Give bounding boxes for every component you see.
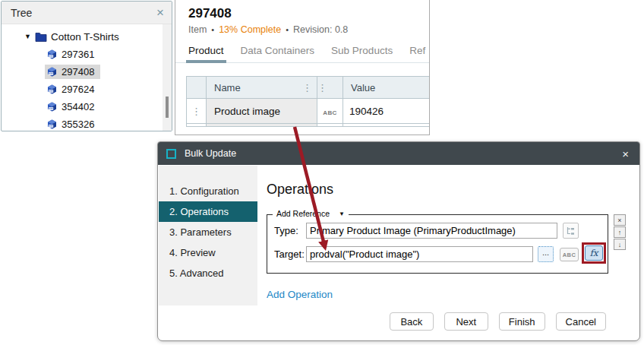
item-cube-icon [46, 49, 58, 60]
dialog-title: Bulk Update [185, 148, 622, 159]
browse-button[interactable]: ... [538, 246, 554, 262]
wizard-steps: 1. Configuration 2. Operations 3. Parame… [159, 166, 257, 305]
operation-type-selector[interactable]: Add Reference ▼ [273, 209, 349, 218]
operation-list-controls: × ↑ ↓ [614, 214, 626, 251]
column-menu-icon[interactable]: ⋮ [317, 82, 327, 93]
close-icon[interactable]: × [156, 6, 164, 19]
step-preview[interactable]: 4. Preview [159, 242, 257, 263]
operations-heading: Operations [267, 182, 333, 198]
operation-type-label: Add Reference [276, 209, 330, 218]
close-icon[interactable]: × [622, 148, 629, 160]
completion-status: 13% Complete [219, 24, 281, 35]
tab-data-containers[interactable]: Data Containers [241, 45, 315, 62]
tree-folder-label: Cotton T-Shirts [51, 31, 119, 43]
bullet-separator: • [211, 25, 214, 34]
move-down-button[interactable]: ↓ [614, 239, 626, 250]
cell-type-badge[interactable]: ABC [317, 99, 343, 124]
tree-panel: Tree × ▼ Cotton T-Shirts [1, 1, 172, 131]
tree-body: ▼ Cotton T-Shirts 297361 [2, 24, 172, 131]
header-name-cell[interactable]: Name ⋮ [207, 77, 317, 99]
hierarchy-icon [566, 226, 576, 236]
header-handle-cell [187, 77, 207, 99]
cell-attribute-value[interactable]: 190426 [343, 99, 431, 124]
table-row-partial [187, 124, 431, 127]
tab-sub-products[interactable]: Sub Products [331, 45, 393, 62]
tree-item-297408[interactable]: 297408 [2, 63, 172, 81]
revision-label: Revision: 0.8 [293, 24, 348, 35]
tree-item-label: 297408 [62, 66, 94, 78]
tree-item-354402[interactable]: 354402 [2, 98, 172, 116]
row-drag-handle[interactable]: ⋮ [187, 99, 207, 124]
cancel-button[interactable]: Cancel [556, 312, 606, 331]
dialog-titlebar[interactable]: Bulk Update × [158, 142, 639, 165]
formula-fx-button[interactable]: fx [585, 245, 603, 261]
value-column-header: Value [351, 82, 375, 93]
target-field-label: Target: [274, 248, 305, 260]
column-menu-icon[interactable]: ⋮ [302, 83, 312, 93]
type-input[interactable] [306, 223, 557, 239]
tab-bar: Product Data Containers Sub Products Ref [175, 45, 429, 63]
header-value-cell[interactable]: Value [343, 77, 431, 99]
item-meta: Item • 13% Complete • Revision: 0.8 [188, 24, 429, 35]
step-configuration[interactable]: 1. Configuration [159, 181, 257, 201]
table-row: ⋮ Product image ABC 190426 [187, 99, 431, 124]
step-parameters[interactable]: 3. Parameters [159, 222, 257, 242]
item-cube-icon [46, 66, 58, 78]
tree-panel-title: Tree [11, 7, 32, 19]
target-input[interactable] [306, 246, 533, 262]
app-icon [166, 149, 176, 159]
tab-references[interactable]: Ref [409, 45, 425, 62]
screenshot-root: Tree × ▼ Cotton T-Shirts [0, 0, 644, 345]
attribute-table: Name ⋮ ⋮ Value ⋮ Product image ABC [186, 76, 430, 127]
tree-item-355326[interactable]: 355326 [2, 116, 172, 131]
header-type-cell[interactable]: ⋮ [317, 77, 343, 99]
item-cube-icon [46, 101, 58, 112]
step-operations[interactable]: 2. Operations [159, 201, 257, 222]
text-type-icon: ABC [323, 109, 337, 116]
tree-scrollbar[interactable] [163, 24, 172, 131]
tree-item-297624[interactable]: 297624 [2, 81, 172, 98]
drag-handle-icon: ⋮ [191, 106, 201, 117]
item-cube-icon [46, 84, 58, 95]
step-advanced[interactable]: 5. Advanced [159, 263, 257, 283]
tree-item-label: 355326 [62, 119, 94, 130]
chevron-down-icon[interactable]: ▼ [24, 33, 31, 40]
tree-item-label: 354402 [62, 101, 94, 112]
item-type-label: Item [188, 24, 207, 35]
dialog-footer: Back Next Finish Cancel [390, 312, 606, 331]
remove-operation-button[interactable]: × [614, 214, 626, 226]
tree-folder-cotton-t-shirts[interactable]: ▼ Cotton T-Shirts [2, 27, 172, 46]
bullet-separator: • [286, 25, 289, 34]
text-mode-button[interactable]: ABC [560, 248, 579, 261]
add-reference-group: Add Reference ▼ Type: Target: ... ABC fx [267, 214, 608, 274]
item-detail-panel: 297408 Item • 13% Complete • Revision: 0… [175, 0, 430, 135]
annotation-highlight-box: fx [582, 242, 606, 264]
folder-icon [35, 32, 47, 42]
tree-picker-button[interactable] [563, 223, 579, 239]
cell-attribute-name[interactable]: Product image [207, 99, 317, 124]
add-operation-link[interactable]: Add Operation [267, 289, 333, 300]
name-column-header: Name [214, 82, 241, 93]
back-button[interactable]: Back [390, 312, 434, 331]
table-header-row: Name ⋮ ⋮ Value [187, 77, 431, 99]
move-up-button[interactable]: ↑ [614, 226, 626, 238]
tree-scrollbar-thumb[interactable] [166, 97, 169, 118]
finish-button[interactable]: Finish [499, 312, 545, 331]
next-button[interactable]: Next [444, 312, 488, 331]
tree-item-label: 297361 [62, 49, 94, 60]
tab-product[interactable]: Product [188, 45, 224, 62]
bulk-update-dialog: Bulk Update × 1. Configuration 2. Operat… [157, 141, 640, 341]
tree-panel-header: Tree × [2, 2, 172, 24]
chevron-down-icon[interactable]: ▼ [339, 210, 345, 217]
tree-item-label: 297624 [62, 84, 94, 95]
tree-item-297361[interactable]: 297361 [2, 46, 172, 63]
page-title: 297408 [188, 6, 429, 21]
item-cube-icon [46, 119, 58, 130]
type-field-label: Type: [274, 225, 298, 236]
